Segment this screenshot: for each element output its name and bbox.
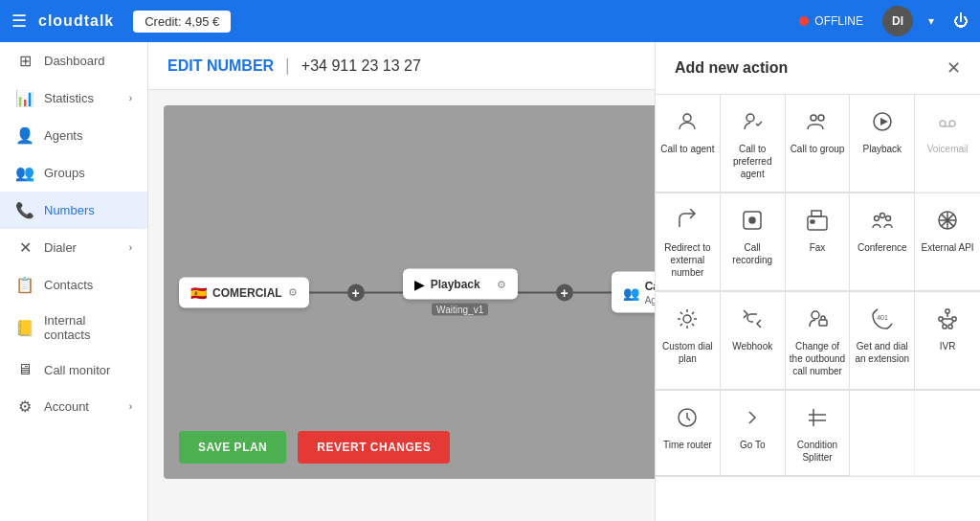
sidebar-item-numbers[interactable]: 📞 Numbers — [0, 192, 147, 229]
playback-label: Playback — [431, 278, 480, 291]
statistics-icon: 📊 — [15, 89, 34, 107]
action-fax[interactable]: Fax — [786, 193, 851, 291]
action-redirect[interactable]: Redirect to external number — [656, 193, 721, 291]
svg-point-13 — [874, 216, 879, 221]
add-node-1-button[interactable]: + — [347, 283, 365, 301]
call-to-preferred-agent-icon — [737, 106, 768, 137]
ivr-label: IVR — [940, 340, 956, 352]
action-playback[interactable]: Playback — [850, 95, 915, 193]
action-go-to[interactable]: Go To — [721, 391, 786, 476]
chevron-down-icon[interactable]: ▾ — [928, 14, 934, 28]
add-node-2-button[interactable]: + — [556, 283, 573, 301]
action-panel-title: Add new action — [675, 59, 947, 77]
logo: cloudtalk — [38, 12, 114, 30]
action-get-dial-extension[interactable]: 401 Get and dial an extension — [850, 292, 915, 390]
flow-line-2 — [518, 291, 556, 293]
svg-rect-19 — [819, 320, 827, 326]
sidebar-item-account[interactable]: ⚙ Account › — [0, 388, 147, 425]
playback-action-label: Playback — [863, 143, 902, 155]
action-call-to-preferred-agent[interactable]: Call to preferred agent — [721, 95, 786, 193]
change-outbound-label: Change of the outbound call number — [790, 340, 846, 377]
fax-label: Fax — [810, 241, 826, 254]
action-condition-splitter[interactable]: Condition Splitter — [786, 391, 851, 476]
sidebar-item-agents[interactable]: 👤 Agents — [0, 117, 147, 154]
redirect-label: Redirect to external number — [659, 241, 716, 279]
comercial-label: COMERCIAL — [212, 285, 282, 299]
sidebar: ⊞ Dashboard 📊 Statistics › 👤 Agents 👥 Gr… — [0, 42, 148, 521]
svg-point-1 — [746, 114, 754, 122]
flow-line-2b — [573, 291, 612, 293]
svg-point-7 — [949, 121, 955, 126]
action-ivr[interactable]: IVR — [915, 292, 980, 390]
action-call-to-group[interactable]: Call to group — [786, 95, 851, 193]
svg-rect-11 — [812, 211, 821, 216]
account-chevron-icon: › — [129, 401, 132, 412]
internal-contacts-icon: 📒 — [15, 319, 34, 337]
call-to-preferred-agent-label: Call to preferred agent — [724, 143, 781, 180]
chevron-icon: › — [129, 93, 132, 103]
comercial-node[interactable]: 🇪🇸 COMERCIAL ⚙ — [179, 277, 309, 307]
get-dial-extension-label: Get and dial an extension — [854, 340, 910, 365]
call-monitor-icon: 🖥 — [15, 361, 34, 378]
flow-row: 🇪🇸 COMERCIAL ⚙ + ▶ Playback ⚙ — [179, 269, 736, 316]
save-plan-button[interactable]: SAVE PLAN — [179, 431, 286, 464]
dashboard-icon: ⊞ — [15, 52, 34, 70]
svg-rect-21 — [946, 309, 949, 313]
playback-node[interactable]: ▶ Playback ⚙ — [403, 269, 518, 300]
revert-changes-button[interactable]: REVERT CHANGES — [298, 431, 450, 464]
sidebar-item-internal-contacts[interactable]: 📒 Internal contacts — [0, 304, 147, 351]
action-panel-close-button[interactable]: ✕ — [947, 57, 961, 79]
external-api-label: External API — [922, 241, 974, 254]
status-indicator[interactable]: OFFLINE — [799, 14, 863, 28]
menu-icon[interactable]: ☰ — [11, 11, 27, 32]
action-time-router[interactable]: Time router — [656, 391, 721, 476]
redirect-icon — [672, 205, 702, 236]
sidebar-item-contacts[interactable]: 📋 Contacts — [0, 266, 147, 304]
condition-splitter-icon — [802, 402, 833, 433]
action-conference[interactable]: Conference — [850, 193, 915, 291]
call-to-agent-icon — [672, 106, 702, 137]
action-panel: Add new action ✕ Call to agent Call to p… — [655, 42, 980, 521]
playback-gear-icon[interactable]: ⚙ — [497, 278, 506, 290]
comercial-node-wrapper: 🇪🇸 COMERCIAL ⚙ — [179, 277, 309, 307]
sidebar-item-call-monitor[interactable]: 🖥 Call monitor — [0, 351, 147, 388]
sidebar-item-statistics[interactable]: 📊 Statistics › — [0, 79, 147, 117]
dialer-chevron-icon: › — [129, 242, 132, 253]
sidebar-label-call-monitor: Call monitor — [44, 363, 110, 377]
avatar[interactable]: DI — [882, 6, 913, 36]
comercial-gear-icon[interactable]: ⚙ — [288, 286, 298, 299]
svg-point-18 — [812, 311, 819, 319]
action-change-outbound[interactable]: Change of the outbound call number — [786, 292, 851, 390]
time-router-icon — [672, 402, 702, 433]
call-to-group-action-label: Call to group — [791, 143, 845, 155]
connector-2: + — [518, 283, 612, 301]
sidebar-item-dashboard[interactable]: ⊞ Dashboard — [0, 42, 147, 79]
action-call-to-agent[interactable]: Call to agent — [656, 95, 721, 193]
svg-line-28 — [950, 321, 954, 325]
svg-point-14 — [885, 216, 890, 221]
action-external-api[interactable]: External API — [915, 193, 980, 291]
webhook-icon — [737, 304, 768, 334]
call-recording-label: Call recording — [724, 241, 781, 266]
conference-label: Conference — [858, 241, 907, 254]
action-panel-header: Add new action ✕ — [656, 42, 980, 95]
svg-point-3 — [818, 115, 824, 121]
call-recording-icon — [737, 205, 768, 236]
action-row-1: Call to agent Call to preferred agent Ca… — [656, 95, 980, 193]
playback-sub-label: Waiting_v1 — [432, 304, 488, 316]
status-dot — [799, 16, 809, 26]
power-icon[interactable]: ⏻ — [953, 12, 969, 30]
svg-point-9 — [749, 217, 755, 223]
sidebar-item-groups[interactable]: 👥 Groups — [0, 154, 147, 192]
account-icon: ⚙ — [15, 397, 34, 416]
action-call-recording[interactable]: Call recording — [721, 193, 786, 291]
sidebar-item-dialer[interactable]: ✕ Dialer › — [0, 229, 147, 266]
go-to-label: Go To — [740, 439, 766, 451]
webhook-label: Webhook — [732, 340, 772, 352]
svg-point-15 — [880, 214, 884, 218]
topbar: ☰ cloudtalk Credit: 4,95 € OFFLINE DI ▾ … — [0, 0, 980, 42]
custom-dial-plan-icon — [672, 304, 702, 334]
external-api-icon — [932, 205, 963, 236]
action-custom-dial-plan[interactable]: Custom dial plan — [656, 292, 721, 390]
action-webhook[interactable]: Webhook — [721, 292, 786, 390]
